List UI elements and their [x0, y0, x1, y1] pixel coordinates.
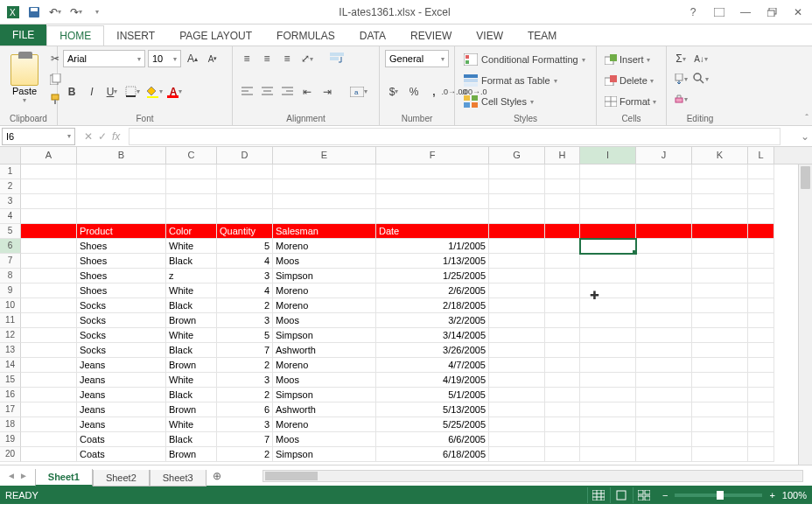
- cell[interactable]: Brown: [166, 447, 217, 462]
- merge-center-icon[interactable]: a▾: [348, 83, 369, 101]
- col-header-H[interactable]: H: [545, 147, 580, 164]
- cell[interactable]: Shoes: [77, 269, 166, 284]
- cell[interactable]: [77, 164, 166, 179]
- row-header[interactable]: 5: [0, 224, 21, 239]
- cell[interactable]: [77, 209, 166, 224]
- cell[interactable]: Date: [376, 224, 489, 239]
- redo-icon[interactable]: ↷▾: [66, 3, 86, 22]
- cell[interactable]: [580, 447, 636, 462]
- cell[interactable]: [692, 328, 748, 343]
- cell[interactable]: [748, 254, 774, 269]
- sheet-tab-sheet3[interactable]: Sheet3: [150, 470, 206, 486]
- cell[interactable]: Moos: [273, 432, 376, 447]
- cell[interactable]: White: [166, 417, 217, 432]
- cell[interactable]: [545, 343, 580, 358]
- cell[interactable]: [580, 239, 636, 254]
- row-header[interactable]: 9: [0, 284, 21, 298]
- cell[interactable]: [545, 179, 580, 194]
- cell[interactable]: [21, 209, 77, 224]
- cell[interactable]: Coats: [77, 432, 166, 447]
- cell[interactable]: [580, 328, 636, 343]
- cell[interactable]: [580, 432, 636, 447]
- cell[interactable]: Product: [77, 224, 166, 239]
- decrease-font-icon[interactable]: A▾: [204, 50, 221, 67]
- cell[interactable]: [692, 239, 748, 254]
- cell[interactable]: 4/7/2005: [376, 358, 489, 373]
- fill-icon[interactable]: ▾: [672, 70, 690, 88]
- col-header-L[interactable]: L: [748, 147, 774, 164]
- bold-button[interactable]: B: [63, 83, 80, 101]
- cell[interactable]: [545, 447, 580, 462]
- cell[interactable]: [273, 164, 376, 179]
- col-header-B[interactable]: B: [77, 147, 166, 164]
- cell[interactable]: [21, 224, 77, 239]
- cell[interactable]: [692, 313, 748, 328]
- cell[interactable]: [21, 194, 77, 209]
- cell[interactable]: Simpson: [273, 447, 376, 462]
- cell[interactable]: Black: [166, 298, 217, 313]
- wrap-text-icon[interactable]: [328, 50, 346, 67]
- cell[interactable]: [580, 343, 636, 358]
- cell[interactable]: 3: [217, 313, 273, 328]
- comma-format-icon[interactable]: ,: [425, 83, 443, 101]
- cell[interactable]: z: [166, 269, 217, 284]
- cell[interactable]: [692, 269, 748, 284]
- select-all-corner[interactable]: [0, 147, 21, 164]
- cell[interactable]: Brown: [166, 402, 217, 417]
- cell[interactable]: Black: [166, 254, 217, 269]
- cell[interactable]: [636, 239, 692, 254]
- cell[interactable]: [489, 224, 545, 239]
- cell[interactable]: [21, 343, 77, 358]
- number-format-select[interactable]: General▾: [385, 50, 449, 67]
- cell[interactable]: [580, 313, 636, 328]
- cell[interactable]: [273, 194, 376, 209]
- cell[interactable]: [636, 373, 692, 388]
- enter-formula-icon[interactable]: ✓: [98, 130, 107, 143]
- col-header-F[interactable]: F: [376, 147, 489, 164]
- decrease-indent-icon[interactable]: ⇤: [298, 83, 316, 101]
- cell[interactable]: Jeans: [77, 402, 166, 417]
- restore-icon[interactable]: [761, 4, 782, 21]
- cell[interactable]: [21, 388, 77, 402]
- cell[interactable]: [21, 298, 77, 313]
- accounting-format-icon[interactable]: $▾: [385, 83, 402, 101]
- cell[interactable]: 3/14/2005: [376, 328, 489, 343]
- tab-insert[interactable]: INSERT: [104, 26, 167, 46]
- cell[interactable]: [748, 164, 774, 179]
- fill-color-button[interactable]: ▾: [144, 83, 164, 101]
- cell[interactable]: [273, 209, 376, 224]
- ribbon-display-icon[interactable]: [709, 4, 730, 21]
- cell[interactable]: [21, 164, 77, 179]
- cell[interactable]: [748, 313, 774, 328]
- cell[interactable]: 5: [217, 239, 273, 254]
- row-header[interactable]: 8: [0, 269, 21, 284]
- cell[interactable]: [545, 164, 580, 179]
- horizontal-scrollbar[interactable]: [262, 470, 803, 482]
- format-as-table-button[interactable]: Format as Table▾: [460, 71, 591, 90]
- cell[interactable]: Black: [166, 432, 217, 447]
- cell[interactable]: [692, 298, 748, 313]
- align-middle-icon[interactable]: ≡: [258, 50, 276, 67]
- cell[interactable]: [21, 269, 77, 284]
- cell[interactable]: 4: [217, 284, 273, 298]
- cell[interactable]: 3/2/2005: [376, 313, 489, 328]
- align-right-icon[interactable]: [278, 83, 296, 101]
- col-header-A[interactable]: A: [21, 147, 77, 164]
- cell[interactable]: [489, 254, 545, 269]
- cell[interactable]: 5/1/2005: [376, 388, 489, 402]
- cell[interactable]: [489, 313, 545, 328]
- row-header[interactable]: 13: [0, 343, 21, 358]
- zoom-in-icon[interactable]: +: [769, 490, 774, 500]
- align-top-icon[interactable]: ≡: [238, 50, 256, 67]
- cell[interactable]: [748, 358, 774, 373]
- border-button[interactable]: ▾: [123, 83, 142, 101]
- cell[interactable]: [217, 179, 273, 194]
- cell[interactable]: [580, 298, 636, 313]
- cell[interactable]: [580, 358, 636, 373]
- cell[interactable]: [489, 402, 545, 417]
- cell[interactable]: [580, 194, 636, 209]
- find-select-icon[interactable]: ▾: [691, 70, 710, 88]
- cell[interactable]: [692, 402, 748, 417]
- sheet-nav-next-icon[interactable]: ►: [19, 471, 28, 480]
- cell[interactable]: Moreno: [273, 298, 376, 313]
